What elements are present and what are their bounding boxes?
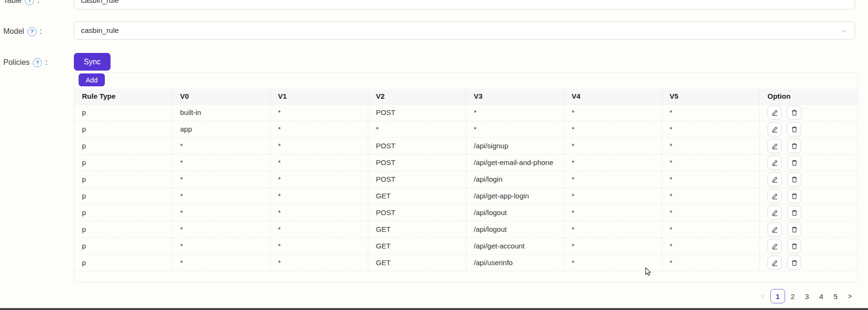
add-button[interactable]: Add xyxy=(79,73,105,86)
delete-button[interactable] xyxy=(787,222,801,237)
policy-cell: * xyxy=(270,155,368,171)
table-input-value: casbin_rule xyxy=(81,0,119,5)
policy-cell: p xyxy=(74,138,172,155)
delete-button[interactable] xyxy=(787,206,801,220)
sync-button[interactable]: Sync xyxy=(74,53,111,71)
policy-cell: * xyxy=(270,138,368,155)
delete-button[interactable] xyxy=(787,139,801,153)
chevron-down-icon xyxy=(840,28,847,34)
option-cell xyxy=(760,171,858,188)
edit-icon xyxy=(771,243,778,250)
column-header-v4: V4 xyxy=(564,89,662,104)
edit-button[interactable] xyxy=(767,206,782,220)
table-row: p**GET/api/get-app-login** xyxy=(74,188,858,205)
policy-cell: p xyxy=(74,238,172,255)
column-header-rule-type: Rule Type xyxy=(74,89,172,104)
policy-cell: /api/get-email-and-phone xyxy=(466,155,564,171)
delete-button[interactable] xyxy=(787,172,801,186)
policy-cell: app xyxy=(172,121,271,138)
policy-cell: POST xyxy=(368,171,466,188)
option-cell xyxy=(760,205,858,221)
edit-icon xyxy=(771,176,778,183)
policy-cell: * xyxy=(172,255,271,271)
edit-button[interactable] xyxy=(767,139,782,153)
delete-button[interactable] xyxy=(787,256,801,270)
delete-button[interactable] xyxy=(787,189,801,203)
policy-cell: * xyxy=(662,121,760,138)
page-prev-button[interactable]: < xyxy=(756,289,769,303)
option-cell xyxy=(760,188,858,205)
table-row: p**POST/api/signup** xyxy=(74,138,858,155)
policy-cell: built-in xyxy=(172,104,271,121)
edit-button[interactable] xyxy=(767,239,782,253)
option-cell xyxy=(760,238,858,255)
policy-cell: /api/logout xyxy=(466,221,564,238)
edit-button[interactable] xyxy=(767,222,782,237)
edit-button[interactable] xyxy=(767,189,782,203)
policy-cell: * xyxy=(662,188,760,205)
bottom-divider xyxy=(0,308,868,310)
edit-button[interactable] xyxy=(767,105,782,120)
trash-icon xyxy=(791,176,798,183)
table-row: p**POST/api/login** xyxy=(74,171,858,188)
edit-icon xyxy=(771,126,778,133)
help-icon[interactable]: ? xyxy=(33,58,42,67)
policy-cell: POST xyxy=(368,155,466,171)
table-field-label: Table ? : xyxy=(3,0,40,6)
column-header-option: Option xyxy=(760,89,858,104)
policy-cell: * xyxy=(662,104,760,121)
policy-cell: POST xyxy=(368,205,466,221)
policy-cell: p xyxy=(74,155,172,171)
policy-cell: p xyxy=(74,205,172,221)
delete-button[interactable] xyxy=(787,105,801,120)
page-item-5[interactable]: 5 xyxy=(829,289,842,303)
edit-button[interactable] xyxy=(767,256,782,270)
edit-icon xyxy=(771,193,778,200)
policy-cell: GET xyxy=(368,188,466,205)
edit-icon xyxy=(771,109,778,116)
delete-button[interactable] xyxy=(787,155,801,170)
page-item-3[interactable]: 3 xyxy=(800,289,814,303)
policies-label-text: Policies xyxy=(3,57,30,68)
page-item-4[interactable]: 4 xyxy=(815,289,828,303)
column-header-v1: V1 xyxy=(270,89,368,104)
label-colon: : xyxy=(45,57,47,68)
policy-cell: /api/get-app-login xyxy=(466,188,564,205)
policy-cell: * xyxy=(662,221,760,238)
policy-cell: * xyxy=(270,171,368,188)
column-header-v3: V3 xyxy=(466,89,564,104)
trash-icon xyxy=(791,193,798,200)
policy-cell: * xyxy=(172,155,271,171)
page-item-2[interactable]: 2 xyxy=(786,289,799,303)
policy-cell: * xyxy=(662,138,760,155)
policy-cell: p xyxy=(74,104,172,121)
policy-table-header: Rule TypeV0V1V2V3V4V5Option xyxy=(74,89,858,104)
policy-cell: GET xyxy=(368,221,466,238)
model-field-label: Model ? : xyxy=(3,26,42,37)
edit-button[interactable] xyxy=(767,122,782,136)
policy-cell: * xyxy=(368,121,466,138)
option-cell xyxy=(760,255,858,271)
model-select[interactable]: casbin_rule xyxy=(74,21,855,40)
delete-button[interactable] xyxy=(787,122,801,136)
table-input[interactable]: casbin_rule xyxy=(74,0,855,10)
policy-cell: POST xyxy=(368,138,466,155)
page-item-1[interactable]: 1 xyxy=(770,289,785,303)
trash-icon xyxy=(791,109,798,116)
policy-cell: * xyxy=(564,138,662,155)
label-colon: : xyxy=(40,26,42,37)
help-icon[interactable]: ? xyxy=(28,27,37,36)
model-select-value: casbin_rule xyxy=(81,26,119,35)
table-row: p**GET/api/userinfo** xyxy=(74,255,858,271)
table-label-text: Table xyxy=(3,0,21,6)
policy-cell: * xyxy=(270,188,368,205)
delete-button[interactable] xyxy=(787,239,801,253)
edit-button[interactable] xyxy=(767,155,782,170)
edit-button[interactable] xyxy=(767,172,782,186)
help-icon[interactable]: ? xyxy=(25,0,34,5)
policy-cell: /api/login xyxy=(466,171,564,188)
policy-cell: * xyxy=(564,155,662,171)
option-cell xyxy=(760,138,858,155)
page-next-button[interactable]: > xyxy=(843,289,857,303)
policy-cell: * xyxy=(662,171,760,188)
